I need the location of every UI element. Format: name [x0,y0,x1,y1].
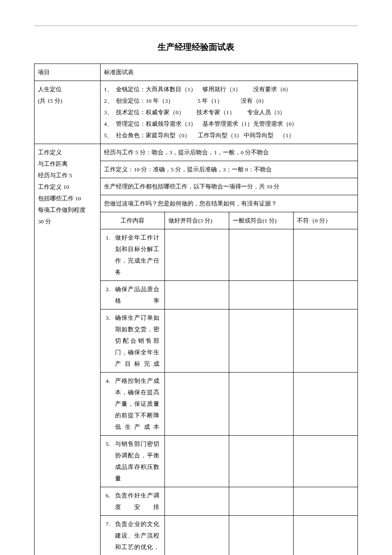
s2-col1: 工作内容 [101,212,165,229]
section2-label-line: 经历与工作 5 [38,170,97,181]
work-row: 6.负责作好生产调度安排 [101,487,357,516]
section2-content: 经历与工作 5 分：吻合，3，提示后吻合，1，一般，0 分不吻合 工作定义：10… [101,144,358,555]
work-score-0 [293,229,357,281]
work-desc-cell: 1.做好全年工作计划和目标分解工作，完成生产任务 [101,229,165,281]
work-score-1 [229,309,294,373]
item-number: 4、 [104,118,116,130]
work-score-0 [293,436,357,487]
work-score-3 [165,309,229,373]
section1-item: 3、技术定位：权威专家（0） 技术专家（1） 专业人员（3） [104,107,354,118]
work-number: 7. [104,518,115,530]
work-score-3 [165,516,229,555]
section1-item: 1、金钱定位：大而具体数目（1） 够用就行（3） 没有要求（0） [104,84,354,95]
section1-item: 2、创业定位：10 年（3） 5 年（1） 没有（0） [104,95,354,107]
work-number: 2. [104,283,115,295]
work-score-3 [165,373,229,436]
item-number: 1、 [104,84,116,95]
work-score-1 [229,373,294,436]
section2-label-line: 每项工作做到程度 [38,204,97,216]
work-score-0 [293,281,357,309]
work-row: 7.负责企业的文化建设、生产流程和工艺的优化，组织审定技术管理 [101,516,357,555]
item-text: 技术定位：权威专家（0） 技术专家（1） 专业人员（3） [116,107,354,118]
work-text: 确保产品品质合格率 [115,283,161,306]
work-score-3 [165,281,229,309]
item-text: 创业定位：10 年（3） 5 年（1） 没有（0） [116,95,354,107]
s2-row4: 您做过这项工作吗？您是如何做的，您在结果如何，有没有证据？ [101,195,357,212]
work-score-0 [293,373,357,436]
header-right: 标准面试表 [101,64,358,81]
top-rule [34,26,358,26]
item-text: 管理定位：权威领导需求（3） 基本管理需求（1）无管理需求（0） [116,118,354,130]
s2-row2: 工作定义：10 分：准确，5 分，提示后准确，3；一般 0：不吻合 [101,161,357,178]
section2-label-line: 30 分 [38,216,97,227]
s2-col3: 一般或符合(1 分) [229,212,294,229]
s2-col4: 不符（0 分） [293,212,357,229]
work-score-1 [229,281,294,309]
s2-col2: 做好并符合(3 分) [165,212,229,229]
section1-item: 5、社会角色：家庭导向型（0） 工作导向型（3） 中间导向型 （1） [104,130,354,141]
work-number: 5. [104,438,115,450]
work-text: 负责作好生产调度安排 [115,490,161,513]
work-number: 1. [104,232,115,243]
section2-subtable: 经历与工作 5 分：吻合，3，提示后吻合，1，一般，0 分不吻合 工作定义：10… [101,144,357,555]
section2-label: 工作定义与工作距离经历与工作 5工作定义 10包括哪些工作 10每项工作做到程度… [35,144,101,555]
item-number: 2、 [104,95,116,107]
item-number: 5、 [104,130,116,141]
work-desc-cell: 6.负责作好生产调度安排 [101,487,165,516]
s2-row1: 经历与工作 5 分：吻合，3，提示后吻合，1，一般，0 分不吻合 [101,144,357,161]
section2-label-line: 工作定义 10 [38,181,97,193]
work-row: 5.与销售部门密切协调配合，平衡成品库存积压数量 [101,436,357,487]
work-text: 严格控制生产成本，确保在提高产量，保证质量的前提下不断降低生产成本 [115,375,161,433]
section2-row: 工作定义与工作距离经历与工作 5工作定义 10包括哪些工作 10每项工作做到程度… [35,144,358,555]
work-desc-cell: 7.负责企业的文化建设、生产流程和工艺的优化，组织审定技术管理 [101,516,165,555]
section1-item: 4、管理定位：权威领导需求（3） 基本管理需求（1）无管理需求（0） [104,118,354,130]
work-score-1 [229,516,294,555]
page-title: 生产经理经验面试表 [34,39,358,55]
work-text: 负责企业的文化建设、生产流程和工艺的优化，组织审定技术管理 [115,518,161,555]
work-score-0 [293,309,357,373]
work-desc-cell: 3.确保生产订单如期如数交货，密切配合销售部门，确保全年生产目标完成 [101,309,165,373]
work-score-3 [165,487,229,516]
s2-work-header: 工作内容 做好并符合(3 分) 一般或符合(1 分) 不符（0 分） [101,212,357,229]
work-score-0 [293,516,357,555]
work-score-3 [165,436,229,487]
section1-content: 1、金钱定位：大而具体数目（1） 够用就行（3） 没有要求（0）2、创业定位：1… [101,81,358,144]
work-number: 6. [104,490,115,501]
section1-row: 人生定位 (共 15 分) 1、金钱定位：大而具体数目（1） 够用就行（3） 没… [35,81,358,144]
work-row: 2.确保产品品质合格率 [101,281,357,309]
work-text: 做好全年工作计划和目标分解工作，完成生产任务 [115,232,161,278]
work-row: 1.做好全年工作计划和目标分解工作，完成生产任务 [101,229,357,281]
work-row: 4.严格控制生产成本，确保在提高产量，保证质量的前提下不断降低生产成本 [101,373,357,436]
main-table: 项目 标准面试表 人生定位 (共 15 分) 1、金钱定位：大而具体数目（1） … [34,64,358,555]
section2-label-line: 包括哪些工作 10 [38,193,97,204]
work-score-1 [229,487,294,516]
work-score-1 [229,436,294,487]
section1-label: 人生定位 (共 15 分) [35,81,101,144]
work-desc-cell: 5.与销售部门密切协调配合，平衡成品库存积压数量 [101,436,165,487]
work-score-1 [229,229,294,281]
work-text: 确保生产订单如期如数交货，密切配合销售部门，确保全年生产目标完成 [115,312,161,370]
section1-label-l2: (共 15 分) [38,95,97,107]
item-number: 3、 [104,107,116,118]
item-text: 金钱定位：大而具体数目（1） 够用就行（3） 没有要求（0） [116,84,354,95]
work-number: 4. [104,375,115,387]
header-row: 项目 标准面试表 [35,64,358,81]
work-number: 3. [104,312,115,324]
section2-label-line: 工作定义 [38,147,97,158]
header-left: 项目 [35,64,101,81]
s2-row3: 生产经理的工作都包括哪些工作，以下每吻合一项得一分，共 10 分 [101,178,357,195]
work-row: 3.确保生产订单如期如数交货，密切配合销售部门，确保全年生产目标完成 [101,309,357,373]
section1-label-l1: 人生定位 [38,84,97,95]
work-desc-cell: 2.确保产品品质合格率 [101,281,165,309]
work-score-3 [165,229,229,281]
section2-label-line: 与工作距离 [38,158,97,170]
work-text: 与销售部门密切协调配合，平衡成品库存积压数量 [115,438,161,484]
work-score-0 [293,487,357,516]
work-desc-cell: 4.严格控制生产成本，确保在提高产量，保证质量的前提下不断降低生产成本 [101,373,165,436]
item-text: 社会角色：家庭导向型（0） 工作导向型（3） 中间导向型 （1） [116,130,354,141]
